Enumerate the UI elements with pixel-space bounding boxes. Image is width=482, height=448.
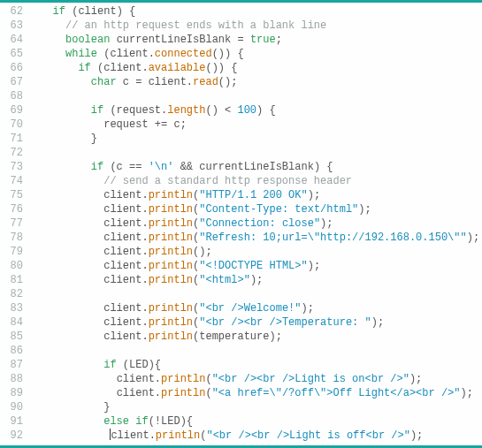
- token-kw: if: [103, 359, 116, 371]
- token-p: request += c;: [103, 118, 187, 131]
- code-line: 63 // an http request ends with a blank …: [0, 19, 482, 33]
- token-p: }: [91, 133, 97, 145]
- line-number: 73: [0, 160, 28, 174]
- token-kw: if: [91, 104, 103, 117]
- code-line: 79 client.println();: [0, 245, 482, 259]
- code-content: if (LED){: [28, 358, 161, 372]
- code-content: client.println("Content-Type: text/html"…: [28, 202, 371, 216]
- token-p: client.: [103, 232, 148, 244]
- line-number: 90: [0, 400, 28, 414]
- token-mth: println: [149, 217, 193, 230]
- token-kw: while: [65, 48, 97, 60]
- token-p: );: [250, 274, 263, 286]
- token-mth: connected: [155, 48, 212, 60]
- code-content: client.println();: [28, 245, 212, 259]
- token-p: client.: [103, 217, 148, 230]
- token-str: "<a href=\"/?off\">Off Light</a><br />": [212, 387, 461, 399]
- token-num: '\n': [149, 161, 174, 173]
- token-p: (: [205, 387, 211, 399]
- token-mth: println: [149, 302, 193, 315]
- token-p: client.: [117, 373, 161, 385]
- code-line: 90 }: [0, 400, 482, 414]
- line-number: 88: [0, 372, 28, 386]
- code-line: 82: [0, 287, 482, 301]
- code-line: 92 client.println("<br /><br />Light is …: [0, 429, 482, 443]
- line-number: 86: [0, 344, 28, 358]
- token-p: client.: [103, 189, 148, 201]
- token-kw: true: [250, 34, 276, 46]
- token-p: client.: [117, 387, 161, 399]
- code-line: 89 client.println("<a href=\"/?off\">Off…: [0, 386, 482, 400]
- token-str: "<html>": [199, 274, 250, 286]
- line-number: 71: [0, 132, 28, 146]
- code-line: 73 if (c == '\n' && currentLineIsBlank) …: [0, 160, 482, 174]
- token-mth: println: [149, 330, 193, 343]
- code-content: // an http request ends with a blank lin…: [28, 19, 326, 33]
- token-str: "<br /><br />Temperature: ": [199, 316, 371, 329]
- line-number: 85: [0, 330, 28, 344]
- token-p: (client.: [97, 48, 155, 60]
- code-line: 70 request += c;: [0, 118, 482, 132]
- token-p: );: [358, 203, 371, 216]
- code-line: 65 while (client.connected()) {: [0, 47, 482, 61]
- code-line: 64 boolean currentLineIsBlank = true;: [0, 33, 482, 47]
- code-line: 75 client.println("HTTP/1.1 200 OK");: [0, 188, 482, 202]
- token-p: client.: [103, 274, 148, 286]
- line-number: 87: [0, 358, 28, 372]
- code-line: 80 client.println("<!DOCTYPE HTML>");: [0, 259, 482, 273]
- token-str: "<br />Welcome!": [199, 302, 301, 315]
- token-str: "Connection: close": [199, 217, 320, 230]
- line-number: 83: [0, 301, 28, 315]
- token-kw: else if: [103, 415, 148, 428]
- code-content: if (client) {: [28, 4, 135, 19]
- token-mth: length: [167, 104, 205, 117]
- code-content: [28, 344, 34, 358]
- code-content: else if(!LED){: [28, 414, 193, 429]
- token-p: client.: [103, 330, 148, 343]
- code-line: 77 client.println("Connection: close");: [0, 216, 482, 231]
- token-p: );: [301, 302, 313, 315]
- code-content: client.println("<a href=\"/?off\">Off Li…: [28, 386, 473, 400]
- token-mth: println: [149, 203, 193, 216]
- token-str: "<br /><br />Light is on<br />": [212, 373, 409, 385]
- line-number: 64: [0, 33, 28, 47]
- token-str: "Refresh: 10;url=\"http://192.168.0.150\…: [199, 232, 466, 244]
- token-kw: if: [91, 161, 103, 173]
- token-p: ()) {: [205, 62, 237, 74]
- line-number: 67: [0, 75, 28, 89]
- token-p: ()) {: [212, 48, 244, 60]
- code-line: 86: [0, 344, 482, 358]
- line-number: 74: [0, 174, 28, 188]
- line-number: 69: [0, 103, 28, 118]
- token-p: client.: [103, 246, 148, 258]
- code-line: 68: [0, 89, 482, 103]
- line-number: 92: [0, 429, 28, 443]
- token-p: client.: [103, 302, 148, 315]
- line-number: 63: [0, 19, 28, 33]
- code-content: client.println("<br /><br />Light is off…: [28, 429, 423, 443]
- line-number: 75: [0, 188, 28, 202]
- line-number: 79: [0, 245, 28, 259]
- line-number: 84: [0, 315, 28, 330]
- token-num: 100: [237, 104, 256, 117]
- token-p: ();: [218, 76, 238, 88]
- code-editor[interactable]: 62 if (client) {63 // an http request en…: [0, 3, 482, 443]
- token-p: );: [308, 260, 320, 272]
- code-content: [28, 146, 34, 160]
- token-p: );: [308, 189, 320, 201]
- token-kw: if: [53, 5, 65, 18]
- token-str: "<!DOCTYPE HTML>": [199, 260, 307, 272]
- token-p: (client) {: [65, 5, 135, 18]
- token-p: (: [205, 373, 211, 385]
- token-p: ) {: [256, 104, 276, 117]
- token-mth: println: [149, 260, 193, 272]
- token-kw: boolean: [65, 34, 110, 46]
- code-line: 67 char c = client.read();: [0, 75, 482, 89]
- token-p: }: [103, 401, 110, 414]
- line-number: 68: [0, 89, 28, 103]
- token-mth: println: [149, 246, 193, 258]
- code-line: 87 if (LED){: [0, 358, 482, 372]
- code-content: client.println("<br /><br />Light is on<…: [28, 372, 422, 386]
- line-number: 78: [0, 231, 28, 245]
- token-p: c = client.: [117, 76, 193, 88]
